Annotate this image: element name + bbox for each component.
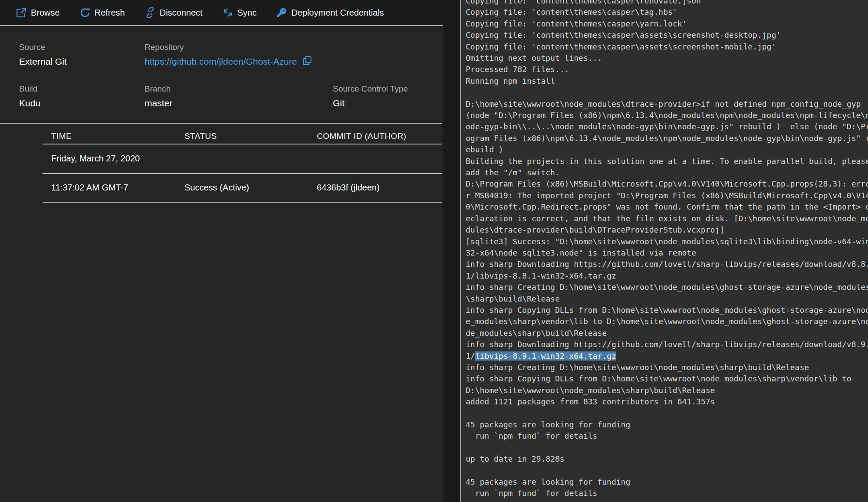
deployment-row[interactable]: 11:37:02 AM GMT-7 Success (Active) 6436b… [43, 174, 442, 201]
sync-label: Sync [237, 8, 256, 18]
build-field: Build Kudu [19, 84, 40, 108]
console-line: Copying file: 'content\themes\casper\ass… [466, 41, 868, 52]
console-line: eclaration is correct, and that the file… [466, 213, 868, 224]
deployment-center-page: Browse Refresh [0, 0, 868, 502]
deployment-status: Success (Active) [184, 183, 249, 193]
console-line: ebuild ) [466, 144, 868, 155]
refresh-label: Refresh [95, 8, 125, 18]
console-line [466, 408, 868, 419]
repository-link[interactable]: https://github.com/jldeen/Ghost-Azure [145, 56, 297, 67]
console-line: D:\home\site\wwwroot\node_modules\dtrace… [466, 98, 868, 110]
console-line: dules\dtrace-provider\build\DTraceProvid… [466, 224, 868, 236]
table-header-divider [43, 144, 442, 144]
copy-icon [302, 56, 312, 67]
sync-button[interactable]: Sync [222, 7, 256, 18]
console-line: D:\home\site\wwwroot\node_modules\sharp\… [466, 385, 868, 396]
refresh-icon [79, 7, 91, 18]
refresh-button[interactable]: Refresh [79, 7, 125, 18]
browse-button[interactable]: Browse [16, 7, 60, 18]
console-line: r MSB4019: The imported project "D:\Prog… [466, 190, 868, 201]
console-line: 1/libvips-8.8.1-win32-x64.tar.gz [466, 270, 868, 282]
date-group-row: Friday, March 27, 2020 [51, 154, 140, 164]
section-divider [0, 123, 442, 124]
console-line [466, 465, 868, 476]
column-header-commit: COMMIT ID (AUTHOR) [317, 131, 406, 141]
console-line: (node "D:\Program Files (x86)\npm\6.13.4… [466, 110, 868, 121]
console-line: info sharp Creating D:\home\site\wwwroot… [466, 362, 868, 373]
console-line: info sharp Downloading https://github.co… [466, 339, 868, 350]
key-icon [276, 7, 287, 18]
console-line: 45 packages are looking for funding [466, 419, 868, 430]
selected-text: libvips-8.9.1-win32-x64.tar.gz [475, 351, 616, 361]
build-label: Build [19, 84, 40, 94]
console-line: de_modules\sharp\build\Release [466, 328, 868, 339]
console-line: Copying file: 'content\themes\casper\ren… [466, 0, 868, 7]
source-value: External Git [19, 56, 67, 67]
console-line: Copying file: 'content\themes\casper\yar… [466, 18, 868, 30]
console-line [466, 87, 868, 98]
console-line: add the "/m" switch. [466, 167, 868, 178]
branch-value: master [145, 98, 172, 108]
external-link-icon [16, 7, 27, 18]
repository-label: Repository [145, 43, 312, 52]
console-line: e_modules\sharp\vendor\lib to D:\home\si… [466, 316, 868, 327]
disconnect-label: Disconnect [160, 8, 203, 18]
repository-field: Repository https://github.com/jldeen/Gho… [145, 43, 312, 67]
console-line: info sharp Copying DLLs from D:\home\sit… [466, 305, 868, 316]
console-line: Copying file: 'content\themes\casper\tag… [466, 7, 868, 18]
copy-button[interactable] [302, 56, 312, 67]
console-line: run `npm fund` for details [466, 430, 868, 442]
console-line: ode-gyp-bin\\..\..\node_modules\node-gyp… [466, 121, 868, 132]
console-line: 45 packages are looking for funding [466, 476, 868, 488]
table-bottom-divider [43, 202, 442, 203]
toolbar: Browse Refresh [0, 0, 443, 26]
deployment-time: 11:37:02 AM GMT-7 [51, 183, 128, 193]
source-control-type-field: Source Control Type Git [333, 84, 408, 108]
browse-label: Browse [31, 8, 60, 18]
console-line: 1/libvips-8.9.1-win32-x64.tar.gz [466, 351, 868, 362]
console-line: D:\Program Files (x86)\MSBuild\Microsoft… [466, 178, 868, 190]
branch-label: Branch [145, 84, 172, 94]
console-log: Copying file: 'content\themes\casper\ren… [461, 0, 868, 499]
console-line: Running npm install [466, 75, 868, 87]
console-line: info sharp Creating D:\home\site\wwwroot… [466, 282, 868, 293]
branch-field: Branch master [145, 84, 172, 108]
console-line: 0\Microsoft.Cpp.Redirect.props" was not … [466, 201, 868, 213]
deployment-credentials-label: Deployment Credentials [291, 8, 384, 18]
console-line: Building the projects in this solution o… [466, 156, 868, 167]
console-line: info sharp Copying DLLs from D:\home\sit… [466, 373, 868, 384]
build-value: Kudu [19, 98, 40, 108]
console-line: Processed 782 files... [466, 64, 868, 75]
console-line: Omitting next output lines... [466, 52, 868, 64]
disconnect-icon [145, 7, 156, 18]
log-console[interactable]: Copying file: 'content\themes\casper\ren… [460, 0, 868, 502]
console-line: info sharp Downloading https://github.co… [466, 259, 868, 270]
source-control-type-value: Git [333, 98, 408, 108]
column-header-time: TIME [51, 131, 72, 141]
console-line: Copying file: 'content\themes\casper\ass… [466, 30, 868, 41]
console-line [466, 442, 868, 453]
console-line: \sharp\build\Release [466, 293, 868, 305]
console-line: added 1121 packages from 833 contributor… [466, 396, 868, 407]
disconnect-button[interactable]: Disconnect [145, 7, 203, 18]
deployment-credentials-button[interactable]: Deployment Credentials [276, 7, 384, 18]
column-header-status: STATUS [184, 131, 217, 141]
console-line: up to date in 29.828s [466, 453, 868, 465]
source-field: Source External Git [19, 43, 67, 67]
source-label: Source [19, 43, 67, 52]
deployment-commit: 6436b3f (jldeen) [317, 183, 380, 193]
deployment-details-panel: Browse Refresh [0, 0, 443, 502]
console-line: ogram Files (x86)\npm\6.13.4\node_module… [466, 133, 868, 144]
source-control-type-label: Source Control Type [333, 84, 408, 94]
console-line: [sqlite3] Success: "D:\home\site\wwwroot… [466, 236, 868, 247]
sync-icon [222, 7, 233, 18]
console-line: 32-x64\node_sqlite3.node" is installed v… [466, 247, 868, 259]
console-line: run `npm fund` for details [466, 488, 868, 499]
